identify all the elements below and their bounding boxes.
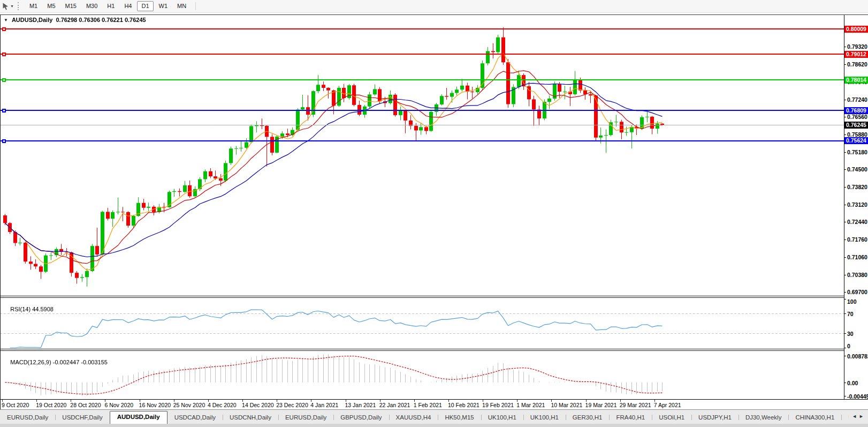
timeframe-button-mn[interactable]: MN — [173, 1, 191, 11]
date-label: 19 Feb 2021 — [482, 402, 514, 408]
current-price-badge: 0.76245 — [844, 122, 868, 129]
chart-window-left-border — [0, 15, 1, 409]
toolbar-divider — [195, 2, 196, 10]
timeframe-button-m15[interactable]: M15 — [61, 1, 81, 11]
timeframe-button-m1[interactable]: M1 — [25, 1, 42, 11]
chart-tab-usoil-h1[interactable]: USOil,H1 — [652, 411, 691, 424]
rsi-axis-label: 0 — [847, 343, 850, 349]
date-label: 1 Mar 2021 — [516, 402, 545, 408]
macd-axis-label: 0.008782 — [847, 353, 868, 359]
price-tick-mark — [844, 169, 846, 170]
date-label: 14 Dec 2020 — [242, 402, 274, 408]
timeframe-button-w1[interactable]: W1 — [155, 1, 172, 11]
date-label: 29 Mar 2021 — [620, 402, 651, 408]
chart-tab-eurusd-daily[interactable]: EURUSD,Daily — [278, 411, 333, 424]
chart-tab-eurusd-daily[interactable]: EURUSD,Daily — [0, 411, 55, 424]
tab-scroll-left-icon[interactable]: ◄ — [852, 414, 859, 419]
date-label: 1 Feb 2021 — [414, 402, 442, 408]
timeframe-toolbar: ▼ M1M5M15M30H1H4D1W1MN — [0, 0, 868, 13]
price-tick-mark — [844, 100, 846, 100]
date-label: 10 Feb 2021 — [448, 402, 479, 408]
date-label: 9 Oct 2020 — [2, 402, 29, 408]
chart-tab-uk100-h1[interactable]: UK100,H1 — [481, 411, 523, 424]
date-label: 28 Oct 2020 — [70, 402, 101, 408]
cursor-icon — [2, 2, 10, 10]
level-price-badge: 0.76809 — [844, 107, 868, 114]
chart-tab-usdcnh-daily[interactable]: USDCNH,Daily — [223, 411, 278, 424]
chart-tab-ger30-h1[interactable]: GER30,H1 — [566, 411, 610, 424]
price-tick-mark — [844, 64, 846, 65]
chart-title: ▼ AUDUSD,Daily 0.76298 0.76306 0.76221 0… — [4, 17, 146, 23]
tab-scroll-right-icon[interactable]: ► — [859, 414, 866, 419]
time-axis[interactable]: 9 Oct 202019 Oct 202028 Oct 20206 Nov 20… — [0, 399, 868, 409]
macd-tick-mark — [844, 396, 846, 396]
macd-tick-mark — [844, 383, 846, 383]
date-label: 19 Oct 2020 — [36, 402, 66, 408]
rsi-tick-mark — [844, 313, 846, 314]
chart-tab-bar: EURUSD,DailyUSDCHF,DailyAUDUSD,DailyUSDC… — [0, 409, 868, 424]
chart-ohlc-values: 0.76298 0.76306 0.76221 0.76245 — [56, 17, 146, 23]
cursor-tool-button[interactable]: ▼ — [2, 2, 14, 10]
chart-collapse-icon[interactable]: ▼ — [4, 18, 8, 23]
panel-separator[interactable] — [0, 296, 868, 298]
price-tick-mark — [844, 205, 846, 205]
macd-axis-label: -0.004451 — [847, 393, 868, 400]
date-label: 25 Nov 2020 — [173, 402, 205, 408]
macd-indicator-label: MACD(12,26,9) -0.002447 -0.003155 — [4, 353, 108, 372]
timeframe-button-m5[interactable]: M5 — [43, 1, 59, 11]
chart-tab-china300-h1[interactable]: CHINA300,H1 — [788, 411, 841, 424]
date-label: 10 Mar 2021 — [551, 402, 582, 408]
timeframe-button-m30[interactable]: M30 — [82, 1, 102, 11]
date-label: 22 Jan 2021 — [379, 402, 410, 408]
status-strip — [0, 424, 868, 427]
timeframe-button-h1[interactable]: H1 — [103, 1, 119, 11]
date-label: 16 Nov 2020 — [139, 402, 171, 408]
price-tick-label: 0.72440 — [847, 219, 867, 225]
date-label: 23 Dec 2020 — [276, 402, 308, 408]
price-tick-mark — [844, 275, 846, 275]
chart-tab-fra40-h1[interactable]: FRA40,H1 — [609, 411, 652, 424]
price-tick-mark — [844, 152, 846, 153]
timeframe-buttons: M1M5M15M30H1H4D1W1MN — [25, 1, 191, 11]
chart-tab-dj30-weekly[interactable]: DJ30,Weekly — [738, 411, 789, 424]
chart-tab-uk100-h1[interactable]: UK100,H1 — [523, 411, 566, 424]
chart-tab-usdjpy-h1[interactable]: USDJPY,H1 — [691, 411, 738, 424]
tab-scroll-arrows: ◄► — [849, 412, 867, 421]
timeframe-button-h4[interactable]: H4 — [120, 1, 136, 11]
price-tick-label: 0.76560 — [847, 114, 867, 120]
price-tick-label: 0.78620 — [847, 61, 867, 68]
price-tick-label: 0.71060 — [847, 254, 867, 260]
rsi-axis-label: 100 — [847, 298, 857, 305]
date-label: 4 Jan 2021 — [310, 402, 338, 408]
panel-separator[interactable] — [0, 349, 868, 351]
price-tick-mark — [844, 134, 846, 135]
price-tick-label: 0.74500 — [847, 166, 867, 173]
chart-tab-usdchf-daily[interactable]: USDCHF,Daily — [55, 411, 109, 424]
timeframe-button-d1[interactable]: D1 — [137, 1, 153, 11]
macd-panel-canvas[interactable] — [0, 351, 844, 399]
rsi-tick-mark — [844, 348, 846, 348]
level-price-badge: 0.80009 — [844, 26, 868, 33]
price-tick-label: 0.73820 — [847, 184, 867, 190]
price-chart-canvas[interactable] — [0, 15, 844, 296]
level-price-badge: 0.78014 — [844, 77, 868, 84]
chart-tab-gbpusd-daily[interactable]: GBPUSD,Daily — [333, 411, 389, 424]
price-tick-label: 0.79320 — [847, 43, 867, 50]
rsi-indicator-label: RSI(14) 44.5908 — [4, 299, 54, 319]
toolbar-grip-handle[interactable] — [18, 2, 20, 10]
chart-tab-xauusd-h4[interactable]: XAUUSD,H4 — [389, 411, 438, 424]
date-label: 6 Nov 2020 — [104, 402, 133, 408]
chart-tab-usdcad-daily[interactable]: USDCAD,Daily — [167, 411, 223, 424]
chart-tab-hk50-m15[interactable]: HK50,M15 — [438, 411, 481, 424]
price-tick-label: 0.70380 — [847, 272, 867, 278]
macd-axis-label: 0.00 — [847, 380, 858, 386]
price-tick-label: 0.71760 — [847, 236, 867, 243]
chevron-down-icon[interactable]: ▼ — [10, 4, 14, 8]
macd-tick-mark — [844, 356, 846, 356]
chart-tab-audusd-daily[interactable]: AUDUSD,Daily — [110, 411, 167, 424]
price-tick-mark — [844, 257, 846, 258]
rsi-panel-canvas[interactable] — [0, 298, 844, 349]
price-tick-mark — [844, 222, 846, 222]
date-label: 7 Apr 2021 — [654, 402, 681, 408]
rsi-axis-label: 70 — [847, 311, 854, 317]
